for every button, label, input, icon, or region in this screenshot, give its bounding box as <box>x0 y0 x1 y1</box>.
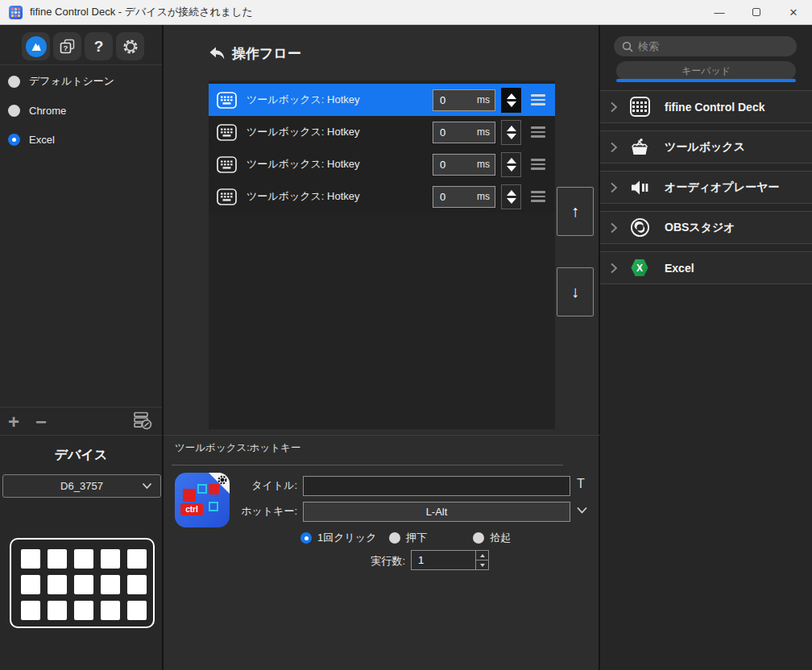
stepper-down-icon[interactable] <box>507 198 516 204</box>
device-heading: デバイス <box>0 447 162 464</box>
drag-handle-icon[interactable] <box>531 191 545 202</box>
catalog-item-obs-studio[interactable]: OBSスタジオ <box>600 211 812 244</box>
tab-active-indicator <box>616 79 796 82</box>
flow-row[interactable]: ツールボックス: Hotkey 0 ms <box>209 180 555 213</box>
scene-manager-button[interactable] <box>132 410 152 433</box>
help-button[interactable]: ? <box>85 32 113 60</box>
catalog-item-label: ツールボックス <box>665 140 745 155</box>
settings-gear-icon <box>122 38 139 56</box>
minimize-button[interactable]: — <box>701 0 738 25</box>
flow-row[interactable]: ツールボックス: Hotkey 0 ms <box>209 116 555 148</box>
app-window: fifine Control Deck - デバイスが接続されました — ✕ ? <box>0 0 812 670</box>
title-label: タイトル: <box>209 478 297 493</box>
chevron-right-icon[interactable] <box>610 182 618 193</box>
scenes-button[interactable]: ? <box>53 32 81 60</box>
stepper-down-icon[interactable] <box>507 134 516 139</box>
stepper-up-icon[interactable] <box>507 93 516 99</box>
scenes-icon: ? <box>59 38 76 55</box>
delay-unit: ms <box>477 191 490 202</box>
tab-keypad[interactable]: キーパッド <box>616 61 796 81</box>
keypad-key <box>48 575 67 594</box>
delay-input[interactable]: 0 ms <box>433 122 495 143</box>
maximize-button[interactable] <box>738 0 775 25</box>
back-arrow-icon[interactable] <box>208 46 226 61</box>
search-box[interactable] <box>614 36 797 56</box>
flow-row[interactable]: ツールボックス: Hotkey 0 ms <box>209 148 555 180</box>
radio-unselected[interactable] <box>8 76 20 88</box>
spinner-down-button[interactable] <box>476 560 488 569</box>
mode-release[interactable]: 拾起 <box>473 531 511 545</box>
chevron-right-icon[interactable] <box>610 142 618 153</box>
delay-stepper[interactable] <box>501 88 521 113</box>
editor-heading: ツールボックス:ホットキー <box>175 441 300 455</box>
search-input[interactable] <box>638 40 775 52</box>
radio-selected[interactable] <box>8 134 20 146</box>
delay-value: 0 <box>440 126 477 139</box>
scene-item-excel[interactable]: Excel <box>0 125 162 154</box>
text-style-button[interactable]: T <box>577 477 585 491</box>
catalog-item-label: fifine Control Deck <box>665 101 764 114</box>
radio-unselected[interactable] <box>473 532 484 544</box>
flow-row-label: ツールボックス: Hotkey <box>246 93 360 107</box>
drag-handle-icon[interactable] <box>531 159 545 170</box>
scene-item-chrome[interactable]: Chrome <box>0 96 162 125</box>
chevron-right-icon[interactable] <box>610 263 618 274</box>
divider <box>0 435 162 436</box>
settings-button[interactable] <box>116 32 144 60</box>
stepper-up-icon[interactable] <box>507 126 516 131</box>
keyboard-icon <box>217 92 237 109</box>
delay-input[interactable]: 0 ms <box>433 154 495 176</box>
drag-handle-icon[interactable] <box>531 94 545 105</box>
keypad-key <box>127 575 147 594</box>
hotkey-field[interactable]: L-Alt <box>303 502 570 522</box>
chevron-right-icon[interactable] <box>610 101 618 113</box>
stepper-up-icon[interactable] <box>507 190 516 196</box>
mode-press[interactable]: 押下 <box>389 531 473 545</box>
spinner-up-button[interactable] <box>476 551 488 560</box>
delay-input[interactable]: 0 ms <box>433 186 495 208</box>
delay-stepper[interactable] <box>501 184 521 209</box>
catalog-list: fifine Control Deck ツールボックス <box>600 90 812 292</box>
flow-row[interactable]: ツールボックス: Hotkey 0 ms <box>209 84 555 116</box>
catalog-item-label: OBSスタジオ <box>665 221 735 235</box>
radio-selected[interactable] <box>300 532 312 544</box>
delay-input[interactable]: 0 ms <box>433 89 495 111</box>
scene-label: Excel <box>29 134 55 146</box>
add-scene-button[interactable]: + <box>8 414 19 430</box>
radio-unselected[interactable] <box>389 532 400 544</box>
catalog-item-toolbox[interactable]: ツールボックス <box>600 130 812 163</box>
device-select[interactable]: D6_3757 <box>2 474 161 498</box>
scene-label: Chrome <box>29 105 66 117</box>
keyboard-icon <box>217 124 237 141</box>
radio-unselected[interactable] <box>8 105 20 117</box>
help-icon: ? <box>94 38 104 56</box>
stepper-down-icon[interactable] <box>507 101 516 107</box>
delay-stepper[interactable] <box>501 120 521 145</box>
keypad-key <box>21 575 40 594</box>
catalog-item-fifine-control-deck[interactable]: fifine Control Deck <box>600 90 812 123</box>
close-button[interactable]: ✕ <box>775 0 812 25</box>
catalog-item-audio-player[interactable]: オーディオプレーヤー <box>600 171 812 204</box>
exec-count-spinner[interactable]: 1 <box>411 550 489 570</box>
divider <box>172 465 563 465</box>
spinner-buttons[interactable] <box>475 551 488 569</box>
stepper-down-icon[interactable] <box>507 166 516 172</box>
mode-label: 1回クリック <box>317 531 376 545</box>
stepper-up-icon[interactable] <box>507 158 516 163</box>
move-down-button[interactable]: ↓ <box>557 267 594 316</box>
sidebar-toolbar: ? ? <box>22 32 144 60</box>
drag-handle-icon[interactable] <box>531 126 545 138</box>
mode-single-click[interactable]: 1回クリック <box>300 531 389 545</box>
catalog-item-excel[interactable]: X Excel <box>600 251 812 284</box>
chevron-right-icon[interactable] <box>610 222 618 234</box>
maximize-icon <box>752 8 760 16</box>
scene-item-default[interactable]: デフォルトシーン <box>0 67 162 96</box>
fifine-home-button[interactable] <box>22 32 50 60</box>
move-up-button[interactable]: ↑ <box>557 187 594 236</box>
remove-scene-button[interactable]: − <box>35 414 47 430</box>
chevron-down-icon[interactable] <box>576 507 588 515</box>
delay-stepper[interactable] <box>501 152 521 177</box>
fifine-logo-icon <box>26 36 47 57</box>
title-input[interactable] <box>303 476 570 496</box>
exec-count-value: 1 <box>412 551 475 569</box>
